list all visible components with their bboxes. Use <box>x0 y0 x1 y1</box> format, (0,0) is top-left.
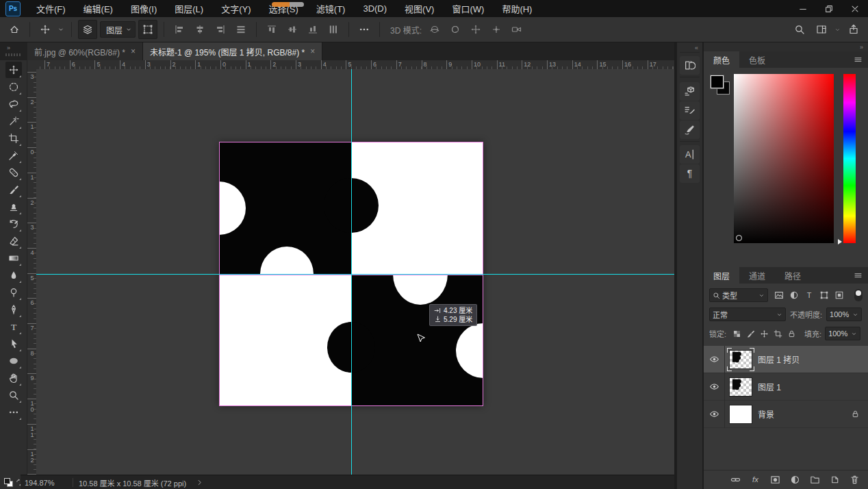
stamp-tool[interactable] <box>5 199 22 215</box>
3d-pan-button[interactable] <box>467 21 485 38</box>
align-left-button[interactable] <box>170 21 188 38</box>
layer-filter-type-select[interactable]: 类型 <box>709 288 768 302</box>
opacity-field[interactable]: 100% <box>826 308 862 321</box>
show-transform-controls-toggle[interactable] <box>138 20 157 39</box>
layer-row-1[interactable]: 图层 1 拷贝 <box>704 346 868 373</box>
move-tool-preset[interactable] <box>36 21 54 38</box>
panels-collapse-icon[interactable]: » <box>860 44 864 51</box>
layers-panel-tab-3[interactable]: 路径 <box>775 267 810 284</box>
home-button[interactable] <box>5 21 23 38</box>
blur-tool[interactable] <box>5 267 22 284</box>
lock-move-s-button[interactable] <box>757 327 771 340</box>
menu-item-10[interactable]: 窗口(W) <box>443 0 493 17</box>
wand-tool[interactable] <box>5 113 22 129</box>
fx-button[interactable]: fx <box>748 473 762 487</box>
history-brush-tool[interactable] <box>5 216 22 232</box>
3d-roll-button[interactable] <box>446 21 464 38</box>
align-middle-button[interactable] <box>283 21 301 38</box>
align-top-button[interactable] <box>263 21 281 38</box>
color-panel-tab-2[interactable]: 色板 <box>739 51 775 68</box>
eraser-tool[interactable] <box>5 233 22 249</box>
blend-mode-select[interactable]: 正常 <box>709 308 786 321</box>
menu-item-7[interactable]: 滤镜(T) <box>307 0 355 17</box>
minimize-icon[interactable] <box>790 0 816 17</box>
dodge-tool[interactable] <box>5 284 22 301</box>
history-panel-button[interactable] <box>680 56 700 75</box>
lock-checker-button[interactable] <box>730 327 743 340</box>
shape-tool[interactable] <box>5 353 22 369</box>
ruler-origin[interactable] <box>27 60 37 70</box>
layer-filter-toggle[interactable] <box>854 289 863 301</box>
close-tab-icon[interactable]: × <box>310 47 315 56</box>
color-field-cursor[interactable] <box>736 235 742 241</box>
pen-tool[interactable] <box>5 301 22 318</box>
close-tab-icon[interactable]: × <box>131 47 136 56</box>
mask-button[interactable] <box>768 473 782 487</box>
menu-item-9[interactable]: 视图(V) <box>396 0 443 17</box>
hand-tool[interactable] <box>5 370 22 386</box>
document-tab-1[interactable]: 前.jpg @ 60%(RGB/8#) *× <box>27 42 143 60</box>
crop-tool[interactable] <box>5 130 22 147</box>
dist-h-button[interactable] <box>232 21 250 38</box>
layer-visibility-toggle[interactable] <box>704 346 725 373</box>
layer-visibility-toggle[interactable] <box>704 373 725 401</box>
search-button[interactable] <box>791 21 808 38</box>
type-tool[interactable]: T <box>5 318 22 335</box>
properties-panel-button[interactable] <box>680 82 700 101</box>
document-viewport[interactable]: 4.23 厘米 5.29 厘米 <box>36 69 674 475</box>
restore-icon[interactable] <box>816 0 842 17</box>
saturation-brightness-field[interactable] <box>734 74 834 243</box>
brush-settings-panel-button[interactable] <box>680 101 700 120</box>
fill-field[interactable]: 100% <box>825 327 860 340</box>
auto-select-toggle[interactable] <box>78 20 97 39</box>
align-right-button[interactable] <box>212 21 229 38</box>
type-filter-button[interactable]: T <box>802 288 817 302</box>
lock-frame-s-button[interactable] <box>771 327 784 340</box>
layer-thumbnail[interactable] <box>729 405 752 424</box>
layers-panel-menu-icon[interactable] <box>854 267 868 284</box>
layers-panel-tab-1[interactable]: 图层 <box>704 267 739 284</box>
move-tool-preset-chevron-icon[interactable] <box>57 21 65 38</box>
layer-thumbnail[interactable] <box>729 377 752 397</box>
3d-slide-button[interactable] <box>487 21 505 38</box>
more-tool[interactable] <box>5 404 22 421</box>
vertical-guide[interactable] <box>351 69 352 475</box>
layers-panel-tab-2[interactable]: 通道 <box>739 267 775 284</box>
workspace-switcher-button[interactable] <box>813 21 830 38</box>
3d-orbit-button[interactable] <box>426 21 444 38</box>
document-tab-2[interactable]: 未标题-1 @ 195% (图层 1 拷贝, RGB/8#) *× <box>143 42 322 60</box>
horizontal-guide[interactable] <box>36 274 674 275</box>
close-icon[interactable] <box>842 0 868 17</box>
menu-item-2[interactable]: 编辑(E) <box>75 0 122 17</box>
color-panel-tab-1[interactable]: 颜色 <box>704 51 739 68</box>
brush-tool[interactable] <box>5 181 22 198</box>
dock-expand-icon[interactable]: « <box>695 45 699 51</box>
lock-lock-button[interactable] <box>784 327 798 340</box>
align-bottom-button[interactable] <box>304 21 322 38</box>
move-tool[interactable] <box>5 62 22 78</box>
brushes-panel-button[interactable] <box>680 121 700 139</box>
color-panel-menu-icon[interactable] <box>854 51 868 68</box>
lasso-tool[interactable] <box>5 96 22 112</box>
adjustment-filter-button[interactable] <box>787 288 802 302</box>
shape-filter-button[interactable] <box>817 288 832 302</box>
path-select-tool[interactable] <box>5 336 22 352</box>
hue-ramp[interactable] <box>843 74 856 243</box>
foreground-color-well[interactable] <box>711 75 724 88</box>
layer-thumbnail[interactable] <box>729 350 752 369</box>
toolbar-collapse-icon[interactable]: » <box>7 45 11 51</box>
more-align-options-button[interactable] <box>355 21 373 38</box>
3d-camera-button[interactable] <box>508 21 526 38</box>
auto-select-target-dropdown[interactable]: 图层 <box>100 21 136 38</box>
trash-button[interactable] <box>847 473 861 487</box>
folder-button[interactable] <box>808 473 821 487</box>
horizontal-ruler[interactable]: 765432101234567891011121314151617 <box>36 60 674 70</box>
dist-v-button[interactable] <box>324 21 342 38</box>
menu-item-4[interactable]: 图层(L) <box>166 0 212 17</box>
hue-ramp-pointer[interactable] <box>838 239 842 244</box>
share-button[interactable] <box>845 21 863 38</box>
default-colors-button[interactable] <box>4 478 12 486</box>
zoom-level-field[interactable]: 194.87% <box>25 479 67 487</box>
character-panel-button[interactable]: A <box>680 145 700 164</box>
document-info[interactable]: 10.58 厘米 x 10.58 厘米 (72 ppi) <box>79 477 186 488</box>
